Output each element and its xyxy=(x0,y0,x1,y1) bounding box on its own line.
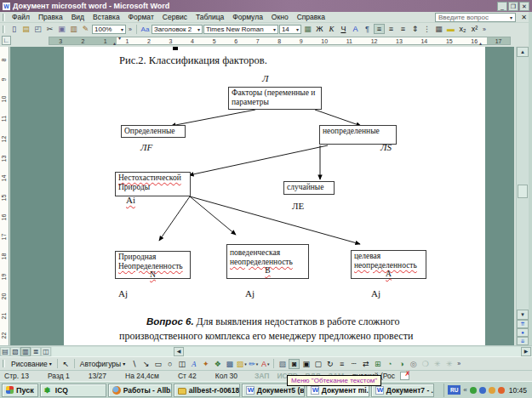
line-color-icon[interactable]: ✏ xyxy=(248,359,259,369)
menu-item-edit[interactable]: Правка xyxy=(34,13,67,21)
rectangle-icon[interactable]: ▭ xyxy=(152,359,163,369)
restore-button[interactable]: ❐ xyxy=(508,2,518,11)
style-select[interactable]: Заголовок 2 ▾ xyxy=(152,25,203,34)
hanging-indent-marker[interactable]: ▴ xyxy=(113,41,116,46)
diagram-box-natural[interactable]: ПрироднаяНеопределенностьN xyxy=(115,251,191,279)
chevron-down-icon[interactable]: ▾ xyxy=(121,26,123,32)
menu-item-window[interactable]: Окно xyxy=(267,13,293,21)
font-color-icon[interactable]: А xyxy=(350,24,361,34)
bold-button[interactable]: Ж xyxy=(314,24,325,34)
select-browse-object-button[interactable]: ● xyxy=(517,328,529,337)
language-indicator[interactable]: RU xyxy=(448,385,460,395)
subscript-icon[interactable]: x₂ xyxy=(457,24,468,34)
chevron-down-icon[interactable]: ▾ xyxy=(510,14,512,20)
document-close-button[interactable]: ✕ xyxy=(519,13,529,22)
cut-icon[interactable]: ✂ xyxy=(44,24,55,34)
right-indent-marker[interactable]: ▴ xyxy=(479,41,482,46)
scroll-up-button[interactable]: ▲ xyxy=(517,47,529,57)
menu-item-help[interactable]: Справка xyxy=(293,13,329,21)
toolbar-options-icon[interactable]: » xyxy=(127,26,134,32)
arrow-style-icon[interactable]: ⇄ xyxy=(360,359,371,369)
menu-item-formula[interactable]: Формула xyxy=(228,13,267,21)
highlight-icon[interactable]: ▬ xyxy=(445,24,456,34)
line-spacing-icon[interactable]: ⇕ xyxy=(409,24,420,34)
tray-icon-orange[interactable] xyxy=(498,387,505,394)
text-wrapping-button[interactable]: ◙ xyxy=(289,359,300,369)
picture-icon[interactable]: ▦ xyxy=(302,24,313,34)
format-object-icon[interactable]: ▧ xyxy=(277,359,288,369)
toolbar-grip-handle[interactable] xyxy=(3,26,5,33)
previous-page-button[interactable]: ⇈ xyxy=(517,320,529,328)
paragraph-marks-icon[interactable]: ¶ xyxy=(362,24,373,34)
scroll-track[interactable] xyxy=(517,57,529,310)
underline-button[interactable]: Ч xyxy=(338,24,349,34)
insert-picture-icon[interactable]: ▩ xyxy=(224,359,235,369)
styles-and-formatting-icon[interactable]: Аа xyxy=(140,24,151,34)
menu-item-table[interactable]: Таблица xyxy=(192,13,228,21)
diagram-box-determined[interactable]: Определенные xyxy=(121,125,186,138)
start-button[interactable]: Пуск xyxy=(2,384,38,397)
diagram-box-behavioral[interactable]: поведенческаянеопределенностьВ xyxy=(226,244,309,279)
tray-chevron-icon[interactable]: « xyxy=(463,386,466,394)
copy-icon[interactable]: ▣ xyxy=(56,24,67,34)
chevron-down-icon[interactable]: ▾ xyxy=(296,26,299,32)
oval-icon[interactable]: ○ xyxy=(164,359,175,369)
align-left-button[interactable]: ≡ xyxy=(374,24,385,34)
brightness-icon[interactable]: ◔ xyxy=(384,359,395,369)
align-center-button[interactable]: ≡ xyxy=(386,24,397,34)
fill-color-icon[interactable]: ▨ xyxy=(236,359,247,369)
menu-item-view[interactable]: Вид xyxy=(67,13,89,21)
textbox-icon[interactable]: ◫ xyxy=(176,359,187,369)
arrow-icon[interactable]: ↘ xyxy=(140,359,152,369)
threed-style-icon[interactable]: ✳ xyxy=(432,359,443,369)
taskbar-button-icq[interactable]: ICQ xyxy=(40,384,106,397)
align-right-button[interactable]: ≡ xyxy=(398,24,409,34)
format-painter-icon[interactable]: ✎ xyxy=(80,24,91,34)
print-layout-view-button[interactable]: ▥ xyxy=(20,347,31,356)
scroll-right-button[interactable]: ▶ xyxy=(521,347,531,356)
tray-icon-blue[interactable] xyxy=(479,387,486,394)
font-color2-icon[interactable]: А xyxy=(260,359,271,369)
tray-icon-yellow[interactable] xyxy=(489,387,495,394)
wordart-icon[interactable]: А xyxy=(188,359,199,369)
diagram-box-random[interactable]: случайные xyxy=(283,181,335,195)
vertical-scrollbar[interactable]: ▲ ▼ ⇈ ● ⇊ xyxy=(516,47,529,345)
scroll-left-button[interactable]: ◀ xyxy=(174,347,184,356)
autoshapes-menu-button[interactable]: Автофигуры▾ xyxy=(77,358,128,369)
diagram-icon[interactable]: ✦ xyxy=(200,359,211,369)
tray-icon-green[interactable] xyxy=(470,387,477,394)
zoom-select[interactable]: 100% ▾ xyxy=(92,25,126,34)
taskbar-button-folder[interactable]: allbest-r-00618... xyxy=(174,384,240,397)
toolbar-options-icon[interactable]: » xyxy=(455,361,462,367)
first-line-indent-marker[interactable]: ▾ xyxy=(118,36,121,41)
new-document-icon[interactable]: ▯ xyxy=(9,24,20,34)
drawbar-grip-handle[interactable] xyxy=(3,360,5,367)
reading-view-button[interactable]: ◫ xyxy=(41,347,51,356)
ungroup-icon[interactable]: ▢ xyxy=(312,359,323,369)
crop-icon[interactable]: ⊞ xyxy=(372,359,383,369)
diagram-box-target[interactable]: целеваянеопределенностьА xyxy=(351,250,426,279)
reset-picture-icon[interactable]: ◎ xyxy=(408,359,419,369)
toolbar-options-icon[interactable]: » xyxy=(481,26,488,32)
status-toggle[interactable]: ЗАП xyxy=(255,372,269,380)
menu-item-insert[interactable]: Вставка xyxy=(89,13,124,21)
menu-item-tools[interactable]: Сервис xyxy=(158,13,192,21)
close-button[interactable]: ✕ xyxy=(519,2,529,11)
diagram-box-factors[interactable]: Факторы (переменные ипараметры xyxy=(228,87,322,110)
horizontal-scroll-track[interactable]: ◀ ▶ xyxy=(52,347,531,356)
document-area[interactable]: Рис.2. Классификация факторов. Л Факторы… xyxy=(10,47,514,345)
tab-selector[interactable]: ∟ xyxy=(2,36,11,45)
threed-settings-icon[interactable]: ✳ xyxy=(443,359,455,369)
numbering-icon[interactable]: ⋮ xyxy=(421,24,432,34)
spelling-status-icon[interactable] xyxy=(400,372,409,380)
print-preview-icon[interactable]: ◰ xyxy=(32,24,43,34)
clipart-icon[interactable]: ❖ xyxy=(212,359,223,369)
vertical-ruler[interactable]: 8910111213141516171819202122 xyxy=(0,47,9,345)
minimize-button[interactable]: _ xyxy=(497,2,507,11)
menu-item-file[interactable]: Файл xyxy=(8,13,34,21)
group-icon[interactable]: ▣ xyxy=(300,359,312,369)
paste-icon[interactable]: ▥ xyxy=(68,24,79,34)
line-style-icon[interactable]: ≡ xyxy=(336,359,347,369)
menubar-grip-handle[interactable] xyxy=(3,14,5,21)
drawing-menu-button[interactable]: Рисование▾ xyxy=(9,358,54,369)
